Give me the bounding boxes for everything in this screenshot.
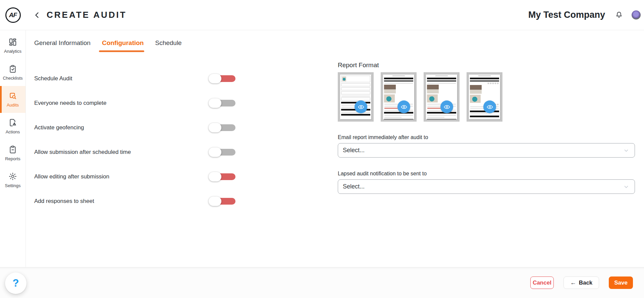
report-preview-page: [469, 75, 500, 119]
tab-general-information[interactable]: General Information: [34, 39, 91, 52]
select-value: Select...: [343, 147, 623, 154]
add-responses-to-sheet-toggle[interactable]: [209, 197, 235, 206]
report-format-thumbnail[interactable]: [381, 72, 417, 122]
allow-submission-after-scheduled-time-toggle[interactable]: [209, 147, 235, 157]
sidebar-item-analytics[interactable]: Analytics: [0, 32, 25, 59]
sidebar-item-reports[interactable]: Reports: [0, 140, 25, 167]
tab-bar: General Information Configuration Schedu…: [34, 39, 182, 52]
toggle-label: Activate geofencing: [34, 124, 84, 131]
chevron-down-icon: [623, 147, 629, 154]
question-mark-icon: ?: [13, 277, 19, 289]
reports-icon: [8, 145, 17, 154]
sidebar-item-label: Analytics: [4, 49, 21, 54]
toggle-row-responses-to-sheet: Add responses to sheet: [34, 189, 235, 213]
sidebar-item-actions[interactable]: Actions: [0, 113, 25, 140]
select-value: Select...: [343, 183, 623, 190]
back-chevron-icon[interactable]: [33, 11, 41, 19]
sidebar-item-checklists[interactable]: Checklists: [0, 59, 25, 86]
toggle-label: Allow editing after submission: [34, 173, 109, 180]
tab-schedule[interactable]: Schedule: [155, 39, 181, 52]
user-avatar[interactable]: [632, 10, 641, 19]
sidebar-item-label: Actions: [6, 129, 20, 134]
report-format-thumbnail[interactable]: [338, 72, 374, 122]
company-name: My Test Company: [528, 10, 605, 20]
report-preview-page: [340, 75, 371, 119]
main-content: General Information Configuration Schedu…: [26, 30, 644, 267]
toggle-row-edit-after-submission: Allow editing after submission: [34, 164, 235, 189]
eye-icon[interactable]: [355, 100, 367, 113]
toggle-row-geofencing: Activate geofencing: [34, 115, 235, 140]
left-arrow-icon: ←: [570, 279, 576, 286]
eye-icon[interactable]: [397, 100, 410, 113]
report-format-thumbnail[interactable]: [467, 72, 502, 122]
app-logo: AF: [5, 7, 21, 23]
allow-editing-after-submission-toggle[interactable]: [209, 172, 235, 181]
toggle-row-schedule-audit: Schedule Audit: [34, 66, 235, 91]
everyone-needs-to-complete-toggle[interactable]: [209, 98, 235, 108]
sidebar-item-label: Settings: [5, 183, 21, 188]
report-preview-page: [383, 75, 414, 119]
cancel-button[interactable]: Cancel: [530, 276, 554, 289]
sidebar: Analytics Checklists Audits Actions: [0, 30, 26, 267]
toggle-label: Schedule Audit: [34, 75, 72, 82]
eye-icon[interactable]: [440, 100, 453, 113]
logo-box: AF: [0, 7, 26, 23]
analytics-icon: [8, 38, 17, 46]
sidebar-item-settings[interactable]: Settings: [0, 167, 25, 194]
schedule-audit-toggle[interactable]: [209, 74, 235, 83]
audits-icon: [8, 91, 17, 100]
lapsed-audit-label: Lapsed audit notification to be sent to: [338, 171, 427, 177]
back-button-label: Back: [579, 280, 593, 286]
chevron-down-icon: [623, 184, 629, 190]
sidebar-item-label: Checklists: [3, 76, 22, 81]
sidebar-item-label: Reports: [5, 156, 20, 161]
sidebar-item-label: Audits: [7, 102, 19, 108]
toggle-label: Allow submission after scheduled time: [34, 149, 131, 156]
save-button[interactable]: Save: [609, 276, 633, 289]
toggle-label: Everyone needs to complete: [34, 100, 106, 107]
help-button[interactable]: ?: [5, 272, 26, 294]
toggle-row-late-submission: Allow submission after scheduled time: [34, 140, 235, 164]
report-format-thumbnail[interactable]: [424, 72, 460, 122]
lapsed-audit-select[interactable]: Select...: [338, 179, 635, 194]
report-preview-page: [426, 75, 457, 119]
report-format-label: Report Format: [338, 61, 379, 69]
tab-configuration[interactable]: Configuration: [102, 39, 144, 52]
eye-icon[interactable]: [483, 100, 496, 113]
activate-geofencing-toggle[interactable]: [209, 123, 235, 132]
notification-bell-icon[interactable]: [615, 11, 623, 19]
page-title: CREATE AUDIT: [47, 10, 127, 20]
settings-icon: [8, 172, 17, 181]
toggle-label: Add responses to sheet: [34, 198, 94, 205]
email-report-label: Email report immediately after audit to: [338, 134, 428, 140]
sidebar-item-audits[interactable]: Audits: [0, 86, 25, 113]
actions-icon: [8, 118, 17, 127]
checklists-icon: [8, 65, 17, 73]
report-format-options: [338, 72, 502, 122]
email-report-select[interactable]: Select...: [338, 143, 635, 158]
top-bar: AF CREATE AUDIT My Test Company: [0, 0, 644, 30]
configuration-toggle-list: Schedule Audit Everyone needs to complet…: [34, 66, 235, 213]
toggle-row-everyone-complete: Everyone needs to complete: [34, 91, 235, 115]
footer-action-bar: Cancel ← Back Save: [0, 267, 644, 298]
back-button[interactable]: ← Back: [564, 276, 599, 289]
